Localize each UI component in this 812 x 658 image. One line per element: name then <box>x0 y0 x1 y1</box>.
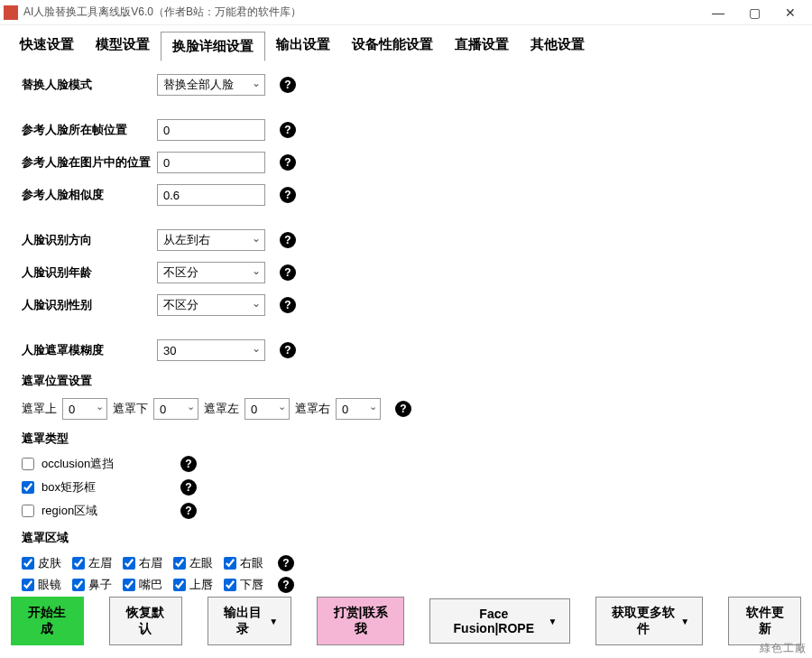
help-icon[interactable]: ? <box>280 154 296 171</box>
minimize-button[interactable]: — <box>700 0 736 25</box>
restore-default-button[interactable]: 恢复默认 <box>109 597 182 645</box>
settings-panel: 替换人脸模式 替换全部人脸 ? 参考人脸所在帧位置 0 ? 参考人脸在图片中的位… <box>0 60 812 607</box>
region-label: region区域 <box>42 503 159 519</box>
watermark: 綠色工廠 <box>760 641 807 656</box>
tab-other-settings[interactable]: 其他设置 <box>520 31 595 60</box>
help-icon[interactable]: ? <box>280 77 296 93</box>
region-right-brow-checkbox[interactable] <box>123 557 135 570</box>
detect-age-combo[interactable]: 不区分 <box>157 262 265 283</box>
ref-frame-label: 参考人脸所在帧位置 <box>22 122 157 138</box>
detect-dir-label: 人脸识别方向 <box>22 232 157 248</box>
help-icon[interactable]: ? <box>180 479 197 496</box>
output-dir-button[interactable]: 输出目录▼ <box>208 597 291 645</box>
close-button[interactable]: ✕ <box>772 0 808 25</box>
mask-up-combo[interactable]: 0 <box>62 398 107 420</box>
mask-right-combo[interactable]: 0 <box>336 398 381 420</box>
mask-down-label: 遮罩下 <box>113 401 148 417</box>
app-icon <box>4 5 18 20</box>
ref-similarity-label: 参考人脸相似度 <box>22 187 157 203</box>
occlusion-checkbox[interactable] <box>22 458 34 470</box>
tab-output-settings[interactable]: 输出设置 <box>265 31 341 60</box>
window-title: AI人脸替换工具离线版V6.0（作者B站：万能君的软件库） <box>23 5 700 20</box>
detect-gender-combo[interactable]: 不区分 <box>157 294 265 316</box>
ref-frame-input[interactable]: 0 <box>157 119 265 141</box>
detect-dir-combo[interactable]: 从左到右 <box>157 229 265 251</box>
region-checkbox[interactable] <box>22 505 34 517</box>
more-software-button[interactable]: 获取更多软件▼ <box>595 597 703 645</box>
ref-similarity-input[interactable]: 0.6 <box>157 184 265 206</box>
chevron-down-icon: ▼ <box>680 616 689 626</box>
help-icon[interactable]: ? <box>180 456 197 472</box>
help-icon[interactable]: ? <box>280 264 296 281</box>
mask-up-label: 遮罩上 <box>22 401 57 417</box>
ref-img-pos-label: 参考人脸在图片中的位置 <box>22 154 157 171</box>
titlebar: AI人脸替换工具离线版V6.0（作者B站：万能君的软件库） — ▢ ✕ <box>0 0 812 25</box>
help-icon[interactable]: ? <box>280 297 296 313</box>
replace-mode-combo[interactable]: 替换全部人脸 <box>157 74 265 96</box>
help-icon[interactable]: ? <box>395 401 411 417</box>
tab-bar: 快速设置 模型设置 换脸详细设置 输出设置 设备性能设置 直播设置 其他设置 <box>0 25 812 60</box>
help-icon[interactable]: ? <box>278 555 294 571</box>
mask-left-combo[interactable]: 0 <box>245 398 290 420</box>
detect-gender-label: 人脸识别性别 <box>22 297 157 313</box>
mask-left-label: 遮罩左 <box>204 401 239 417</box>
maximize-button[interactable]: ▢ <box>736 0 772 25</box>
mask-down-combo[interactable]: 0 <box>153 398 198 420</box>
region-skin-checkbox[interactable] <box>22 557 34 570</box>
box-checkbox[interactable] <box>22 481 34 494</box>
box-label: box矩形框 <box>42 479 159 496</box>
mask-right-label: 遮罩右 <box>295 401 330 417</box>
tab-face-swap-detail[interactable]: 换脸详细设置 <box>161 32 265 61</box>
detect-age-label: 人脸识别年龄 <box>22 264 157 281</box>
mask-region-title: 遮罩区域 <box>22 530 790 546</box>
donate-contact-button[interactable]: 打赏|联系我 <box>317 597 404 645</box>
start-generate-button[interactable]: 开始生成 <box>11 597 84 645</box>
tab-model-settings[interactable]: 模型设置 <box>85 31 161 60</box>
region-right-eye-checkbox[interactable] <box>224 557 236 570</box>
mask-pos-title: 遮罩位置设置 <box>22 373 790 389</box>
tab-live-settings[interactable]: 直播设置 <box>444 31 520 60</box>
help-icon[interactable]: ? <box>280 122 296 138</box>
chevron-down-icon: ▼ <box>269 616 278 626</box>
face-fusion-rope-button[interactable]: Face Fusion|ROPE▼ <box>429 598 570 644</box>
tab-quick-settings[interactable]: 快速设置 <box>9 31 85 60</box>
replace-mode-label: 替换人脸模式 <box>22 77 157 93</box>
mask-type-title: 遮罩类型 <box>22 431 790 447</box>
help-icon[interactable]: ? <box>280 187 296 203</box>
mask-blur-combo[interactable]: 30 <box>157 339 265 361</box>
help-icon[interactable]: ? <box>180 503 197 519</box>
ref-img-pos-input[interactable]: 0 <box>157 152 265 173</box>
help-icon[interactable]: ? <box>280 232 296 248</box>
tab-device-performance[interactable]: 设备性能设置 <box>341 31 444 60</box>
occlusion-label: occlusion遮挡 <box>42 456 159 472</box>
mask-blur-label: 人脸遮罩模糊度 <box>22 342 157 358</box>
footer-toolbar: 开始生成 恢复默认 输出目录▼ 打赏|联系我 Face Fusion|ROPE▼… <box>0 588 812 658</box>
region-left-brow-checkbox[interactable] <box>72 557 85 570</box>
software-update-button[interactable]: 软件更新 <box>728 597 801 645</box>
help-icon[interactable]: ? <box>280 342 296 358</box>
region-left-eye-checkbox[interactable] <box>173 557 186 570</box>
chevron-down-icon: ▼ <box>548 616 557 626</box>
